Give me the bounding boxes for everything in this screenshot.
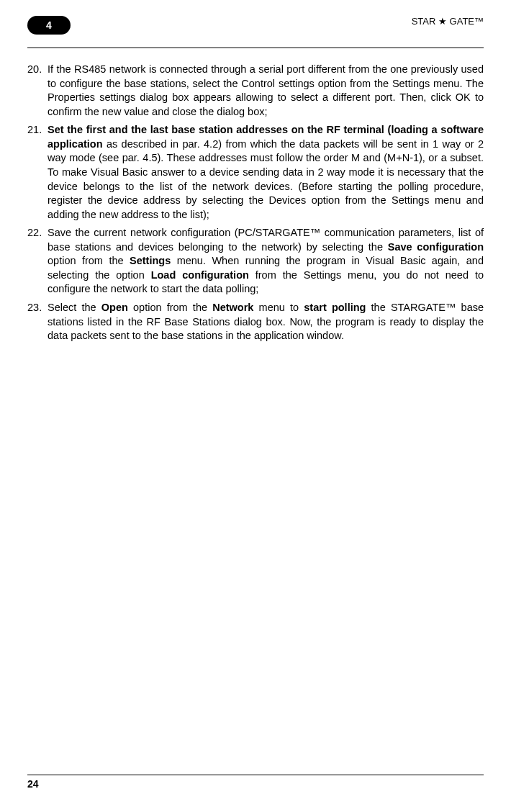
text-bold: Network: [212, 302, 253, 313]
chapter-number: 4: [46, 19, 52, 31]
page-header: 4 STAR ★ GATE™: [27, 23, 484, 48]
document-title: STAR ★ GATE™: [412, 16, 484, 27]
item-number: 22.: [27, 226, 48, 297]
text-bold: Save configuration: [388, 241, 484, 253]
list-item: 22. Save the current network configurati…: [27, 226, 484, 297]
page-number: 24: [27, 778, 39, 790]
text-bold: start polling: [304, 302, 366, 313]
item-text: Save the current network configuration (…: [48, 226, 484, 297]
list-item: 21. Set the first and the last base stat…: [27, 123, 484, 222]
item-text: Set the first and the last base station …: [48, 123, 484, 222]
item-text: Select the Open option from the Network …: [48, 301, 484, 343]
text-span: option from the: [48, 255, 130, 266]
page-footer: 24: [27, 775, 484, 790]
item-number: 23.: [27, 301, 48, 343]
text-span: menu to: [253, 302, 304, 313]
document-content: 20. If the RS485 network is connected th…: [27, 63, 484, 343]
text-bold: Open: [101, 302, 128, 313]
item-number: 20.: [27, 63, 48, 119]
list-item: 20. If the RS485 network is connected th…: [27, 63, 484, 119]
text-span: option from the: [128, 302, 212, 313]
item-text: If the RS485 network is connected throug…: [48, 63, 484, 119]
text-span: as described in par. 4.2) from which the…: [48, 138, 484, 220]
text-span: Select the: [48, 302, 101, 313]
list-item: 23. Select the Open option from the Netw…: [27, 301, 484, 343]
chapter-tab: 4: [27, 16, 71, 35]
text-bold: Settings: [130, 255, 171, 266]
text-bold: Load configuration: [151, 269, 249, 281]
item-number: 21.: [27, 123, 48, 222]
